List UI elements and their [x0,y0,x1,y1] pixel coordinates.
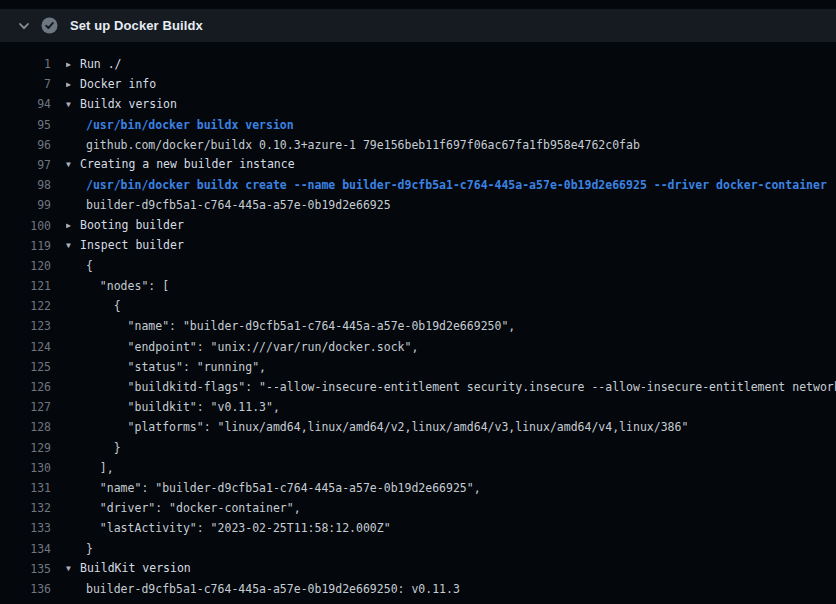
line-number-link[interactable]: 125 [0,357,51,377]
line-number-link[interactable]: 130 [0,458,51,478]
group-label: BuildKit version [80,561,191,575]
group-label: Run ./ [80,57,122,71]
log-line-row: 126 "buildkitd-flags": "--allow-insecure… [0,377,836,397]
line-number-link[interactable]: 99 [0,195,51,215]
output-text: "platforms": "linux/amd64,linux/amd64/v2… [86,417,688,437]
log-line-row: 122 { [0,296,836,316]
log-line-row: 131 "name": "builder-d9cfb5a1-c764-445a-… [0,478,836,498]
group-label: Inspect builder [80,238,184,252]
output-text: builder-d9cfb5a1-c764-445a-a57e-0b19d2e6… [86,579,460,599]
log-line-row: 127 "buildkit": "v0.11.3", [0,397,836,417]
log-line-row: 128 "platforms": "linux/amd64,linux/amd6… [0,417,836,437]
line-number-link[interactable]: 136 [0,579,51,599]
triangle-down-icon: ▼ [66,559,80,579]
output-text: builder-d9cfb5a1-c764-445a-a57e-0b19d2e6… [86,195,391,215]
step-title: Set up Docker Buildx [70,18,203,33]
line-number-link[interactable]: 129 [0,438,51,458]
triangle-right-icon: ▶ [66,75,80,95]
output-text: "status": "running", [86,357,266,377]
group-header[interactable]: ▼Inspect builder [66,235,184,256]
line-number-link[interactable]: 123 [0,316,51,336]
line-number-link[interactable]: 95 [0,115,51,135]
line-number-link[interactable]: 120 [0,256,51,276]
log-line-row: 129 } [0,438,836,458]
log-group-row[interactable]: 97▼Creating a new builder instance [0,155,836,175]
line-number-link[interactable]: 100 [0,216,51,236]
log-line-row: 136builder-d9cfb5a1-c764-445a-a57e-0b19d… [0,579,836,599]
line-number-link[interactable]: 134 [0,539,51,559]
output-text: { [86,296,121,316]
group-header[interactable]: ▼Buildx version [66,94,177,115]
triangle-right-icon: ▶ [66,216,80,236]
workflow-log-panel: Set up Docker Buildx 1▶Run ./7▶Docker in… [0,9,836,599]
log-line-row: 130 ], [0,458,836,478]
line-number-link[interactable]: 124 [0,337,51,357]
output-text: { [86,256,93,276]
group-header[interactable]: ▶Booting builder [66,215,184,236]
group-label: Booting builder [80,218,184,232]
command-text: /usr/bin/docker buildx version [86,115,294,135]
log-line-row: 125 "status": "running", [0,357,836,377]
output-text: "name": "builder-d9cfb5a1-c764-445a-a57e… [86,478,481,498]
log-group-row[interactable]: 100▶Booting builder [0,216,836,236]
log-line-row: 98/usr/bin/docker buildx create --name b… [0,175,836,195]
log-line-row: 121 "nodes": [ [0,276,836,296]
log-group-row[interactable]: 94▼Buildx version [0,94,836,114]
line-number-link[interactable]: 96 [0,135,51,155]
output-text: github.com/docker/buildx 0.10.3+azure-1 … [86,135,640,155]
group-label: Docker info [80,77,156,91]
output-text: "lastActivity": "2023-02-25T11:58:12.000… [86,518,391,538]
log-line-row: 95/usr/bin/docker buildx version [0,115,836,135]
log-group-row[interactable]: 7▶Docker info [0,74,836,94]
log-group-row[interactable]: 1▶Run ./ [0,54,836,74]
chevron-down-icon[interactable] [17,19,31,33]
line-number-link[interactable]: 126 [0,377,51,397]
line-number-link[interactable]: 121 [0,276,51,296]
line-number-link[interactable]: 94 [0,94,51,114]
line-number-link[interactable]: 127 [0,397,51,417]
output-text: } [86,539,93,559]
triangle-down-icon: ▼ [66,236,80,256]
step-header[interactable]: Set up Docker Buildx [0,9,836,42]
output-text: "name": "builder-d9cfb5a1-c764-445a-a57e… [86,316,515,336]
log-line-row: 124 "endpoint": "unix:///var/run/docker.… [0,337,836,357]
check-circle-icon [41,17,58,34]
group-label: Buildx version [80,97,177,111]
line-number-link[interactable]: 97 [0,155,51,175]
output-text: } [86,438,121,458]
log-line-row: 133 "lastActivity": "2023-02-25T11:58:12… [0,518,836,538]
line-number-link[interactable]: 133 [0,518,51,538]
triangle-down-icon: ▼ [66,95,80,115]
group-header[interactable]: ▼BuildKit version [66,558,191,579]
line-number-link[interactable]: 1 [0,54,51,74]
output-text: "nodes": [ [86,276,169,296]
group-header[interactable]: ▼Creating a new builder instance [66,154,295,175]
triangle-right-icon: ▶ [66,55,80,75]
triangle-down-icon: ▼ [66,155,80,175]
group-header[interactable]: ▶Docker info [66,74,156,95]
output-text: "buildkitd-flags": "--allow-insecure-ent… [86,377,836,397]
line-number-link[interactable]: 119 [0,236,51,256]
group-label: Creating a new builder instance [80,157,295,171]
output-text: "endpoint": "unix:///var/run/docker.sock… [86,337,418,357]
log-lines-container: 1▶Run ./7▶Docker info94▼Buildx version95… [0,42,836,599]
line-number-link[interactable]: 122 [0,296,51,316]
command-text: /usr/bin/docker buildx create --name bui… [86,175,827,195]
log-line-row: 96github.com/docker/buildx 0.10.3+azure-… [0,135,836,155]
line-number-link[interactable]: 135 [0,559,51,579]
log-line-row: 132 "driver": "docker-container", [0,498,836,518]
group-header[interactable]: ▶Run ./ [66,54,122,75]
log-group-row[interactable]: 135▼BuildKit version [0,559,836,579]
log-line-row: 99builder-d9cfb5a1-c764-445a-a57e-0b19d2… [0,195,836,215]
output-text: "driver": "docker-container", [86,498,301,518]
output-text: ], [86,458,114,478]
log-line-row: 134} [0,539,836,559]
line-number-link[interactable]: 98 [0,175,51,195]
line-number-link[interactable]: 7 [0,74,51,94]
log-line-row: 120{ [0,256,836,276]
line-number-link[interactable]: 128 [0,417,51,437]
line-number-link[interactable]: 132 [0,498,51,518]
log-line-row: 123 "name": "builder-d9cfb5a1-c764-445a-… [0,316,836,336]
line-number-link[interactable]: 131 [0,478,51,498]
log-group-row[interactable]: 119▼Inspect builder [0,236,836,256]
